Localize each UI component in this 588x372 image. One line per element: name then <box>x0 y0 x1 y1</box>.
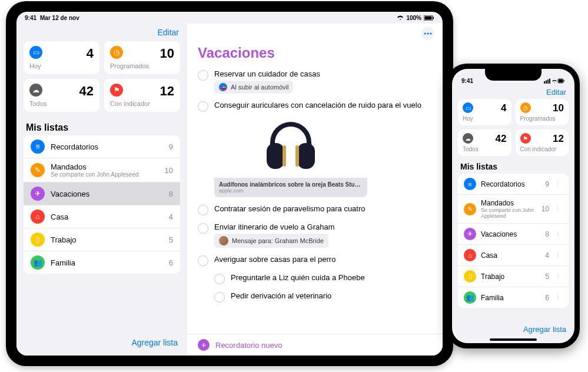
ipad-statusbar: 9:41 Mar 12 de nov 100% <box>16 12 443 24</box>
task-chip[interactable]: Mensaje para: Graham McBride <box>214 234 328 248</box>
smart-card-con-indicador[interactable]: ⚑12Con indicador <box>104 79 180 112</box>
smart-card-todos[interactable]: ☁42Todos <box>24 79 99 112</box>
svg-point-5 <box>430 32 431 34</box>
list-row-recordatorios[interactable]: ≡Recordatorios9 <box>24 135 180 158</box>
list-count: 10 <box>165 166 173 175</box>
subtask-row[interactable]: Preguntarle a Liz quién cuida a Phoebe <box>214 270 439 288</box>
task-chip[interactable]: 🚗Al subir al automóvil <box>214 81 293 94</box>
smart-card-con-indicador[interactable]: ⚑12Con indicador <box>516 129 569 156</box>
list-row-trabajo[interactable]: ▯Trabajo5〉 <box>458 266 569 287</box>
list-row-recordatorios[interactable]: ≡Recordatorios9〉 <box>458 174 569 195</box>
rich-title: Audífonos inalámbricos sobre la oreja Be… <box>219 181 363 188</box>
home-icon: ⌂ <box>31 210 45 224</box>
list-row-vacaciones[interactable]: ✈Vacaciones8〉 <box>458 224 569 245</box>
product-image <box>214 113 367 178</box>
task-checkbox[interactable] <box>198 101 208 112</box>
list-row-mandados[interactable]: ✎MandadosSe comparte con John Appleseed1… <box>458 195 569 224</box>
status-icons <box>544 78 565 84</box>
edit-button[interactable]: Editar <box>546 88 566 97</box>
edit-button[interactable]: Editar <box>157 28 179 37</box>
rich-link-card[interactable]: Audífonos inalámbricos sobre la oreja Be… <box>214 113 367 197</box>
svg-rect-9 <box>549 79 550 84</box>
task-checkbox[interactable] <box>198 255 208 266</box>
subtask-title: Pedir derivación al veterinario <box>231 291 439 300</box>
card-count: 4 <box>501 102 506 114</box>
flag-icon: ⚑ <box>520 133 531 144</box>
battery-icon <box>424 15 434 21</box>
chevron-right-icon: 〉 <box>556 251 563 260</box>
task-row[interactable]: Contratar sesión de paravelismo para cua… <box>198 201 439 219</box>
smart-card-hoy[interactable]: ▭4Hoy <box>24 41 99 74</box>
list-count: 4 <box>169 212 173 221</box>
home-icon: ⌂ <box>464 249 476 261</box>
list-count: 4 <box>545 251 549 260</box>
list-row-mandados[interactable]: ✎MandadosSe comparte con John Appleseed1… <box>24 158 180 182</box>
card-label: Programados <box>520 115 564 122</box>
list-count: 8 <box>545 230 549 238</box>
lists-container: ≡Recordatorios9〉✎MandadosSe comparte con… <box>458 174 569 308</box>
svg-rect-6 <box>544 81 545 84</box>
task-title: Conseguir auriculares con cancelación de… <box>214 101 439 109</box>
detail-pane: Vacaciones Reservar un cuidador de casas… <box>187 24 443 356</box>
svg-point-3 <box>424 32 426 34</box>
list-row-trabajo[interactable]: ▯Trabajo5 <box>24 228 180 251</box>
card-label: Programados <box>110 62 174 69</box>
add-list-button[interactable]: Agregar lista <box>523 325 566 334</box>
new-reminder-button[interactable]: + Recordatorio nuevo <box>187 334 443 356</box>
list-row-casa[interactable]: ⌂Casa4〉 <box>458 245 569 266</box>
smart-cards: ▭4Hoy◷10Programados☁42Todos⚑12Con indica… <box>16 41 187 118</box>
home-indicator <box>490 338 537 341</box>
plus-icon: + <box>198 339 210 351</box>
smart-card-todos[interactable]: ☁42Todos <box>458 129 511 156</box>
card-count: 4 <box>87 46 94 61</box>
subtask-title: Preguntarle a Liz quién cuida a Phoebe <box>231 273 439 282</box>
list-name: Mandados <box>51 162 159 171</box>
list-row-familia[interactable]: 👥Familia6 <box>24 251 180 274</box>
iphone-notch <box>485 69 542 81</box>
chevron-right-icon: 〉 <box>556 205 563 214</box>
status-battery: 100% <box>406 15 421 21</box>
svg-rect-2 <box>433 16 434 19</box>
smart-card-hoy[interactable]: ▭4Hoy <box>458 99 511 125</box>
plane-icon: ✈ <box>464 228 476 240</box>
list-icon: ≡ <box>464 178 476 190</box>
chevron-right-icon: 〉 <box>556 180 563 188</box>
task-checkbox[interactable] <box>198 70 208 81</box>
list-name: Vacaciones <box>481 230 540 238</box>
task-title: Reservar un cuidador de casas <box>214 69 439 78</box>
calendar-icon: ▭ <box>463 102 473 113</box>
task-row[interactable]: Averiguar sobre casas para el perro <box>198 251 439 270</box>
more-button[interactable] <box>421 27 434 40</box>
task-checkbox[interactable] <box>198 223 208 234</box>
task-title: Averiguar sobre casas para el perro <box>214 255 439 264</box>
ipad-sidebar: Editar ▭4Hoy◷10Programados☁42Todos⚑12Con… <box>16 24 187 356</box>
subtask-row[interactable]: Pedir derivación al veterinario <box>214 288 439 306</box>
tray-icon: ☁ <box>463 133 473 144</box>
list-count: 8 <box>169 190 173 198</box>
list-row-vacaciones[interactable]: ✈Vacaciones8 <box>24 182 180 205</box>
list-row-casa[interactable]: ⌂Casa4 <box>24 205 180 228</box>
smart-card-programados[interactable]: ◷10Programados <box>516 99 569 125</box>
smart-card-programados[interactable]: ◷10Programados <box>104 41 180 74</box>
task-checkbox[interactable] <box>214 274 225 284</box>
plane-icon: ✈ <box>31 187 45 201</box>
task-checkbox[interactable] <box>198 205 208 215</box>
chip-text: Al subir al automóvil <box>231 84 288 91</box>
list-name: Trabajo <box>481 273 540 281</box>
list-name: Vacaciones <box>51 190 163 198</box>
list-name: Trabajo <box>51 235 163 244</box>
list-count: 10 <box>542 205 549 213</box>
task-row[interactable]: Reservar un cuidador de casas🚗Al subir a… <box>198 66 439 97</box>
flag-icon: ⚑ <box>110 84 123 97</box>
list-row-familia[interactable]: 👥Familia6〉 <box>458 287 569 308</box>
task-row[interactable]: Conseguir auriculares con cancelación de… <box>198 97 439 201</box>
task-row[interactable]: Enviar itinerario de vuelo a GrahamMensa… <box>198 219 439 251</box>
clock-icon: ◷ <box>110 46 123 59</box>
list-name: Mandados <box>481 199 537 207</box>
lists-section-title: Mis listas <box>16 118 187 135</box>
briefcase-icon: ▯ <box>31 232 45 247</box>
task-checkbox[interactable] <box>214 292 225 303</box>
card-count: 42 <box>79 84 94 99</box>
status-time: 9:41 <box>25 15 36 21</box>
add-list-button[interactable]: Agregar lista <box>131 338 178 347</box>
